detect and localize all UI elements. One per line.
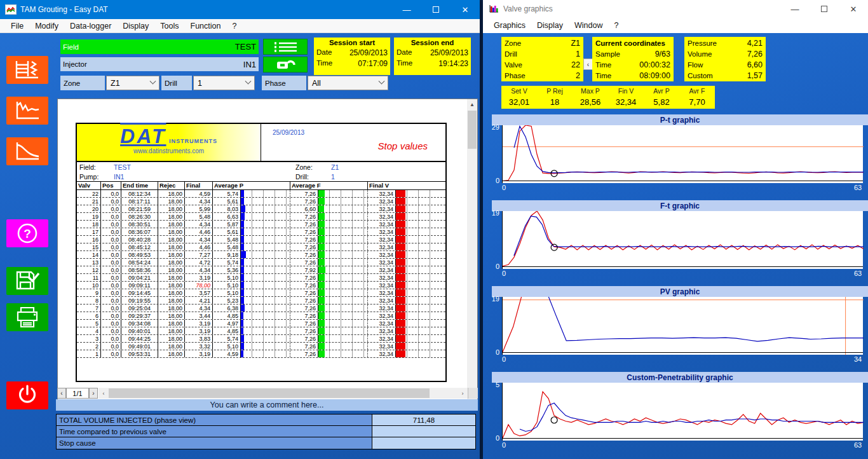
summary-value	[372, 437, 475, 449]
scroll-right-icon[interactable]: ›	[458, 390, 468, 397]
report-title: Stop values	[378, 140, 428, 151]
menu-file[interactable]: File	[5, 22, 29, 31]
drill-label: Drill	[161, 76, 192, 90]
col-end-time: End time	[121, 182, 158, 189]
scroll-left-icon[interactable]: ‹	[98, 390, 109, 397]
report-pump-label: Pump:	[77, 173, 114, 181]
maxp-value: 28,56	[573, 97, 608, 109]
table-row: 180,008:30:5118,004,345,877,2632,34	[77, 221, 445, 228]
table-row: 160,008:40:2818,004,345,487,2632,34	[77, 236, 445, 243]
custom-label: Custom	[688, 72, 713, 79]
col-rejec: Rejec	[158, 182, 185, 189]
menu-display[interactable]: Display	[117, 22, 154, 31]
drill-value: 1	[576, 50, 580, 58]
table-row: 30,009:44:2518,003,835,747,2632,34	[77, 335, 445, 343]
menu-tools[interactable]: Tools	[154, 22, 184, 31]
chevron-down-icon	[379, 78, 385, 85]
app-chart-icon	[5, 4, 17, 15]
field-value: TEST	[235, 42, 256, 51]
save-button[interactable]	[6, 267, 48, 295]
page-indicator: 1/1	[66, 388, 89, 399]
table-row: 170,008:36:0718,004,465,617,2632,34	[77, 228, 445, 236]
drill-select[interactable]: 1	[193, 76, 255, 90]
power-exit-button[interactable]	[6, 381, 48, 409]
menu-help[interactable]: ?	[609, 21, 625, 30]
prev-page-button[interactable]: ‹	[57, 388, 66, 399]
zone-label: Zone	[505, 39, 521, 47]
date-label: Date	[397, 48, 412, 57]
ft-chart-plot	[502, 211, 863, 269]
table-row: 40,009:40:0118,003,194,857,2632,34	[77, 327, 445, 335]
pt-chart-plot	[502, 125, 863, 183]
drill-label: Drill	[505, 50, 517, 58]
avrp-label: Avr P	[644, 86, 679, 97]
menu-display[interactable]: Display	[531, 21, 569, 30]
y-axis-min-label: 0	[485, 177, 499, 184]
vertical-scrollbar[interactable]: ▲ ▼	[467, 99, 477, 399]
maximize-button[interactable]	[810, 0, 839, 18]
menu-modify[interactable]: Modify	[29, 22, 64, 31]
main-window: TAM Grouting - Easy DAT — ✕ File Modify …	[0, 0, 480, 459]
minimize-button[interactable]: —	[780, 0, 810, 18]
close-button[interactable]: ✕	[451, 0, 480, 19]
table-row: 50,009:34:0818,003,194,977,2632,34	[77, 320, 445, 327]
report-field-label: Field:	[77, 163, 114, 171]
pressure-label: Pressure	[688, 39, 717, 47]
elapsed-time-value: 00:00:32	[639, 60, 670, 69]
curve-graph-button[interactable]	[6, 137, 48, 165]
avrf-label: Avr F	[679, 86, 715, 97]
setv-value: 32,01	[501, 97, 537, 109]
menu-window[interactable]: Window	[569, 21, 608, 30]
x-axis-end-label: 63	[854, 441, 862, 449]
col-final-v: Final V	[368, 182, 435, 189]
trend-graph-button[interactable]	[6, 97, 48, 125]
ft-chart-title: F-t graphic	[492, 200, 868, 211]
sample-value: 9/63	[655, 50, 670, 58]
print-button[interactable]	[6, 303, 48, 331]
scroll-up-icon[interactable]: ▲	[467, 99, 477, 109]
unlock-button[interactable]	[263, 57, 308, 72]
valve-graphics-window: Valve graphics — ✕ Graphics Display Wind…	[483, 0, 868, 459]
table-row: 190,008:26:3018,005,486,637,2632,34	[77, 213, 445, 221]
valve-value: 22	[571, 60, 580, 69]
zone-label: Zone	[60, 76, 105, 90]
comment-input[interactable]: You can write a comment here...	[56, 399, 478, 411]
valve-prev-button[interactable]: ‹	[583, 58, 593, 70]
field-input[interactable]: Field TEST	[60, 39, 259, 54]
menu-data-logger[interactable]: Data-logger	[64, 22, 117, 31]
help-icon: ?	[16, 222, 39, 245]
menu-graphics[interactable]: Graphics	[488, 21, 531, 30]
next-page-button[interactable]: ›	[89, 388, 98, 399]
prej-label: P Rej	[537, 86, 573, 97]
menu-function[interactable]: Function	[185, 22, 227, 31]
summary-value: 711,48	[372, 414, 475, 425]
table-row: 120,008:58:3618,004,345,367,9232,34	[77, 266, 445, 274]
injector-input[interactable]: Injector IN1	[60, 57, 259, 71]
close-button[interactable]: ✕	[839, 0, 868, 18]
menu-help[interactable]: ?	[226, 22, 242, 31]
position-panel: ZoneZ1 Drill1 Valve22 Phase2	[501, 37, 583, 81]
summary-table: TOTAL VOLUME INJECTED (phase view) 711,4…	[56, 414, 476, 449]
report-frame: DAT INSTRUMENTS www.datinstruments.com 2…	[76, 123, 447, 382]
table-row: 90,009:14:4518,003,575,107,2632,34	[77, 289, 445, 297]
minimize-button[interactable]: —	[392, 0, 421, 19]
list-button[interactable]	[263, 39, 308, 55]
flow-label: Flow	[688, 61, 703, 69]
report-date: 25/09/2013	[273, 129, 304, 136]
coordinates-panel: Current coordinates Sample9/63 Time00:00…	[592, 37, 674, 81]
x-axis-end-label: 63	[854, 184, 862, 191]
zone-select[interactable]: Z1	[106, 76, 159, 90]
y-axis-min-label: 0	[485, 348, 499, 356]
drill-value: 1	[198, 79, 202, 88]
maximize-button[interactable]	[421, 0, 451, 19]
phase-select[interactable]: All	[308, 76, 388, 90]
scrollbar-corner	[468, 388, 478, 399]
session-start-time: 07:17:09	[358, 59, 388, 68]
report-table-button[interactable]	[6, 56, 48, 84]
horizontal-scrollbar[interactable]: ‹ ›	[98, 388, 478, 399]
logo-subtext: INSTRUMENTS	[169, 138, 217, 144]
scrollbar-thumb[interactable]	[468, 111, 477, 149]
scrollbar-thumb[interactable]	[109, 388, 430, 398]
help-button[interactable]: ?	[6, 219, 48, 247]
save-icon	[15, 270, 40, 292]
